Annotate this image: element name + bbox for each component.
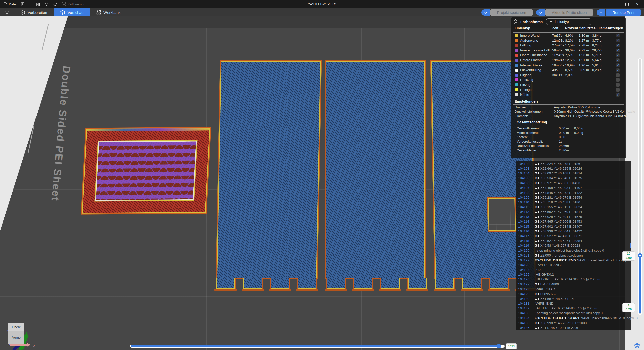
move-slider-thumb[interactable]: [497, 344, 501, 348]
gcode-line[interactable]: 104134 EXCLUDE_OBJECT_START NAME=backpan…: [516, 316, 631, 321]
gcode-line[interactable]: 104118 G1 X68.527 Y148.527 E.03384: [516, 238, 631, 243]
gcode-line[interactable]: 104103 G1 X62.661 Y146.525 E.02024: [516, 166, 631, 171]
gcode-line[interactable]: 104136 G1 X214.145 Y109.145 Z2.6: [516, 325, 631, 330]
notes-button[interactable]: [21, 2, 24, 6]
gcode-line[interactable]: 104106 G1 X63.971 Y145.83 E.01453: [516, 181, 631, 185]
visibility-checkbox[interactable]: ✓: [616, 93, 620, 97]
gcode-line[interactable]: 104110 G1 X65.718 Y146.458 E.0186: [516, 200, 631, 205]
visibility-checkbox[interactable]: ✓: [616, 44, 620, 47]
redo-icon: [53, 2, 57, 6]
gcode-line[interactable]: 104111 G1 X66.155 Y146.912 E.02024: [516, 205, 631, 209]
sliced-object-panel-1[interactable]: [216, 60, 322, 279]
color-swatch: [515, 34, 518, 37]
visibility-checkbox[interactable]: ✓: [616, 78, 620, 82]
visibility-checkbox[interactable]: ✓: [616, 88, 620, 92]
estimate-header: Gesamtschätzung: [511, 118, 626, 125]
gcode-line[interactable]: 104113 G1 X67.028 Y147.491 E.01575: [516, 214, 631, 219]
remote-print-dropdown[interactable]: [597, 9, 605, 16]
visibility-checkbox[interactable]: ✓: [616, 63, 620, 67]
castellation-tooth: [489, 278, 509, 290]
view-type-dropdown[interactable]: Linientyp: [546, 18, 591, 25]
gcode-line[interactable]: 104127 G1 E-1.6 F4800: [516, 282, 631, 287]
slice-plate-button[interactable]: Aktuelle Platte slicen: [545, 9, 593, 16]
gcode-line[interactable]: 104128 ;WIPE_START: [516, 287, 631, 292]
undo-button[interactable]: [44, 2, 49, 6]
gcode-line[interactable]: 104104 G1 X63.097 Y146.168 E.01814: [516, 171, 631, 176]
gcode-line[interactable]: 104108 G1 X64.845 Y145.872 E.01422: [516, 190, 631, 195]
gcode-line[interactable]: 104109 G1 X65.281 Y146.079 E.01554: [516, 195, 631, 200]
visibility-checkbox[interactable]: ✓: [616, 83, 620, 87]
tab-vorschau[interactable]: Vorschau: [54, 8, 90, 16]
gcode-line[interactable]: 104135 G1 X58.998 Y146.73 Z2.6 F21000: [516, 321, 631, 325]
close-button[interactable]: ×: [636, 2, 638, 6]
gcode-line[interactable]: 104115 G1 X67.902 Y147.634 E.01407: [516, 224, 631, 229]
gcode-command: G1 F5895.652: [535, 292, 556, 296]
gcode-line[interactable]: 104133 ; printing object "backpanlelv2.s…: [516, 311, 631, 315]
visibility-checkbox[interactable]: ✓: [616, 73, 620, 77]
gcode-line[interactable]: 104105 G1 X63.534 Y145.946 E.01575: [516, 176, 631, 180]
visibility-checkbox[interactable]: ✓: [616, 58, 620, 62]
move-slider[interactable]: [130, 345, 505, 348]
tab-vorbereiten[interactable]: Vorbereiten: [14, 8, 54, 16]
gizmo-face-top[interactable]: Obere: [8, 323, 24, 331]
gcode-line[interactable]: 104112 G1 X66.592 Y147.269 E.01814: [516, 209, 631, 214]
sliced-object-base-plate[interactable]: [81, 127, 211, 214]
save-button[interactable]: [36, 2, 40, 6]
gcode-command: ;Z:2.2: [535, 267, 544, 272]
color-swatch: [515, 88, 518, 91]
gcode-line-number: 104131: [518, 301, 531, 306]
layer-slider-top-thumb[interactable]: +: [638, 253, 642, 258]
gcode-line[interactable]: 104126 ; BEFORE_LAYER_CHANGE 10 @ 2.2mm: [516, 277, 631, 282]
file-menu[interactable]: Datei: [4, 2, 16, 6]
move-slider-fill: [131, 345, 499, 347]
redo-button[interactable]: [53, 2, 57, 6]
undo-icon: [44, 2, 49, 6]
gcode-line[interactable]: 104120 ; stop printing object baselolev2…: [516, 248, 631, 253]
gcode-line[interactable]: 104102 G1 X62.224 Y146.978 E.0186: [516, 161, 631, 166]
color-swatch: [515, 69, 518, 72]
maximize-button[interactable]: [625, 3, 629, 6]
visibility-checkbox[interactable]: ✓: [616, 49, 620, 52]
gcode-line[interactable]: 104124 ;Z:2.2: [516, 267, 631, 272]
gcode-line[interactable]: 104121 G1 Z2.000 ; for object exclusion: [516, 253, 631, 258]
save-project-dropdown[interactable]: [481, 9, 490, 16]
castellation-tooth: [270, 278, 290, 290]
visibility-checkbox[interactable]: ✓: [616, 68, 620, 72]
gcode-viewer-panel[interactable]: 104102 G1 X62.224 Y146.978 E.0186 104103…: [516, 161, 631, 330]
layer-slider[interactable]: [638, 58, 642, 315]
sliced-object-panel-2[interactable]: [325, 60, 426, 279]
gcode-line[interactable]: 104132 ; AFTER_LAYER_CHANGE 10 @ 2.2mm: [516, 306, 631, 311]
gcode-line[interactable]: 104107 G1 X64.408 Y145.803 E.01407: [516, 185, 631, 190]
visibility-checkbox[interactable]: ✓: [616, 34, 620, 37]
gcode-command: G1 X62.661 Y146.525 E.02024: [535, 166, 582, 171]
gcode-line[interactable]: 104117 G1 X68.527 Y147.475 E.00671: [516, 234, 631, 238]
gcode-command: G1 X214.145 Y109.145 Z2.6: [535, 325, 578, 330]
slicer-window: Datei Kalibrierung CASTLELv2_PETG: [0, 0, 644, 350]
color-swatch: [515, 39, 518, 42]
viewport-3d[interactable]: Double Sided PEI Sheet Farbschema: [0, 16, 644, 350]
visibility-checkbox[interactable]: ✓: [616, 53, 620, 57]
gcode-line[interactable]: 104123 ;LAYER_CHANGE: [516, 263, 631, 267]
save-project-button[interactable]: Projekt speichern: [490, 9, 533, 16]
minimize-button[interactable]: [615, 4, 618, 4]
gizmo-face-front[interactable]: Vorne: [8, 331, 24, 344]
gcode-line[interactable]: 104130 G1 X51.58 Y148.527 E-.4: [516, 296, 631, 301]
remote-print-button[interactable]: Remote Print: [606, 9, 641, 16]
gcode-line[interactable]: 104125 ;HEIGHT:0.2: [516, 272, 631, 277]
gcode-line[interactable]: 104119 G1 X49.58 Y148.527 E.60928: [516, 243, 631, 248]
gcode-line-number: 104136: [518, 325, 531, 330]
home-button[interactable]: [0, 8, 14, 16]
gcode-line[interactable]: 104131 ;WIPE_END: [516, 301, 631, 306]
tab-werkbank[interactable]: Werkbank: [90, 8, 127, 16]
collapse-panel-button[interactable]: [515, 20, 517, 24]
visibility-checkbox[interactable]: ✓: [616, 39, 620, 42]
slice-plate-dropdown[interactable]: [536, 9, 545, 16]
gcode-line[interactable]: 104129 G1 F5895.652: [516, 292, 631, 296]
orientation-gizmo[interactable]: Z X Obere Vorne: [4, 304, 41, 350]
layer-stack-button[interactable]: [634, 343, 640, 349]
gcode-line[interactable]: 104114 G1 X67.465 Y147.606 E.01453: [516, 219, 631, 224]
calibration-button[interactable]: Kalibrierung: [62, 2, 85, 6]
gcode-line[interactable]: 104116 G1 X68.339 Y147.564 E.01422: [516, 229, 631, 234]
gcode-line[interactable]: 104122 EXCLUDE_OBJECT_END NAME=baselolev…: [516, 258, 631, 263]
view-type-value: Linientyp: [555, 20, 569, 24]
